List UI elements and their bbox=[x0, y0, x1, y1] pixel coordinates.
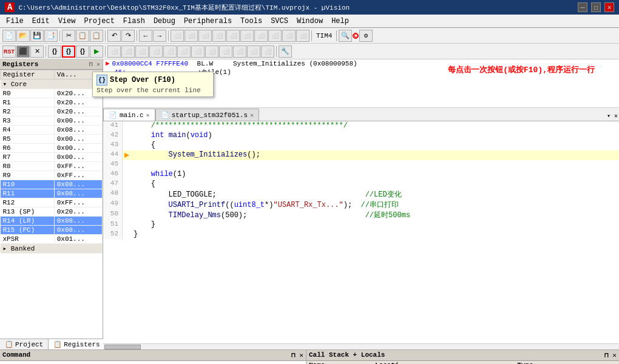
banked-section: ▸ Banked bbox=[1, 244, 103, 254]
breakpoint-btn10[interactable]: ⬜ bbox=[296, 30, 310, 42]
show-disasm-btn[interactable]: ⬜ bbox=[107, 46, 121, 58]
minimize-button[interactable]: ─ bbox=[578, 2, 587, 12]
reg-row: R50x00... bbox=[1, 135, 103, 144]
core-expand-icon[interactable]: ▾ bbox=[3, 81, 7, 88]
reset-btn[interactable]: RST bbox=[2, 46, 16, 58]
startup-icon: 📄 bbox=[161, 111, 169, 119]
reg-name: R2 bbox=[1, 107, 55, 116]
breakpoint-btn4[interactable]: ⬜ bbox=[212, 30, 226, 42]
menu-window[interactable]: Window bbox=[293, 16, 326, 27]
paste-btn[interactable]: 📋 bbox=[90, 30, 103, 42]
show-uart-btn[interactable]: ⬜ bbox=[219, 46, 232, 58]
reg-value: 0x00... bbox=[54, 144, 102, 153]
menu-file[interactable]: File bbox=[2, 16, 27, 27]
reg-value: 0xFF... bbox=[54, 198, 102, 207]
reg-row: R110x08... bbox=[1, 189, 103, 198]
registers-tab[interactable]: 📋 Registers bbox=[49, 339, 105, 349]
reg-value: 0x00... bbox=[54, 116, 102, 126]
reg-name: R6 bbox=[1, 144, 55, 153]
callstack-title: Call Stack + Locals bbox=[309, 351, 385, 359]
tim4-label: TIM4 bbox=[314, 32, 334, 39]
configure-btn[interactable]: 🔧 bbox=[279, 46, 292, 58]
open-btn[interactable]: 📂 bbox=[16, 30, 30, 42]
copy-btn[interactable]: 📋 bbox=[76, 30, 89, 42]
search-btn[interactable]: 🔍 bbox=[339, 30, 352, 42]
stop-btn[interactable]: ● bbox=[353, 33, 359, 39]
menu-project[interactable]: Project bbox=[80, 16, 118, 27]
menu-svcs[interactable]: SVCS bbox=[267, 16, 292, 27]
menu-help[interactable]: Help bbox=[328, 16, 353, 27]
cut-btn[interactable]: ✂ bbox=[62, 30, 75, 42]
menu-edit[interactable]: Edit bbox=[29, 16, 53, 27]
menu-debug[interactable]: Debug bbox=[150, 16, 179, 27]
settings-btn[interactable]: ⚙ bbox=[359, 30, 373, 42]
menu-flash[interactable]: Flash bbox=[120, 16, 149, 27]
redo-btn[interactable]: ↷ bbox=[121, 30, 135, 42]
save-all-btn[interactable]: 📑 bbox=[44, 30, 58, 42]
breakpoint-btn6[interactable]: ⬜ bbox=[240, 30, 254, 42]
tab-startup[interactable]: 📄 startup_stm32f051.s ✕ bbox=[155, 109, 259, 121]
show-trace-btn[interactable]: ⬜ bbox=[191, 46, 205, 58]
stop-debug-btn[interactable]: ⬛ bbox=[16, 46, 30, 58]
reg-value: 0x20... bbox=[54, 207, 102, 217]
show-sys-btn[interactable]: ⬜ bbox=[205, 46, 218, 58]
cmd-pin-icon[interactable]: ⊓ ✕ bbox=[291, 351, 303, 359]
reg-row: R10x20... bbox=[1, 98, 103, 107]
show-mem-btn[interactable]: ⬜ bbox=[135, 46, 149, 58]
banked-label: Banked bbox=[7, 245, 35, 252]
code-line-41: 41 /************************************… bbox=[103, 121, 619, 131]
app-logo: A bbox=[5, 2, 15, 12]
breakpoint-btn7[interactable]: ⬜ bbox=[254, 30, 268, 42]
panel-pin-icon[interactable]: ⊓ ✕ bbox=[89, 61, 100, 68]
tab-main-c[interactable]: 📄 main.c ✕ bbox=[103, 109, 155, 121]
close-button[interactable]: ✕ bbox=[604, 2, 614, 12]
show-perf-btn[interactable]: ⬜ bbox=[247, 46, 260, 58]
toolbar-sep2 bbox=[105, 30, 106, 41]
tab-dropdown-btn[interactable]: ▾ ✕ bbox=[606, 111, 619, 121]
show-callstack-btn[interactable]: ⬜ bbox=[163, 46, 177, 58]
menu-tools[interactable]: Tools bbox=[237, 16, 266, 27]
show-vars-btn[interactable]: ⬜ bbox=[177, 46, 191, 58]
reg-value: 0x20... bbox=[54, 98, 102, 107]
code-scrollbar-h[interactable] bbox=[103, 343, 619, 349]
show-reg-btn[interactable]: ⬜ bbox=[121, 46, 135, 58]
run-btn[interactable]: ▶ bbox=[90, 46, 103, 58]
reg-row: R100x08... bbox=[1, 180, 103, 189]
show-watch-btn[interactable]: ⬜ bbox=[149, 46, 163, 58]
step-over-btn[interactable]: {} bbox=[62, 46, 75, 58]
menu-view[interactable]: View bbox=[55, 16, 79, 27]
startup-close[interactable]: ✕ bbox=[250, 112, 254, 119]
save-btn[interactable]: 💾 bbox=[30, 30, 44, 42]
show-logic-btn[interactable]: ⬜ bbox=[233, 46, 246, 58]
step-out-btn[interactable]: {} bbox=[76, 46, 89, 58]
code-scroll-thumb[interactable] bbox=[104, 345, 141, 349]
new-file-btn[interactable]: 📄 bbox=[2, 30, 16, 42]
code-editor[interactable]: 41 /************************************… bbox=[103, 121, 619, 343]
nav-back-btn[interactable]: ← bbox=[139, 30, 152, 42]
reg-value: 0x08... bbox=[54, 217, 102, 226]
undo-btn[interactable]: ↶ bbox=[107, 30, 121, 42]
asm-scrollbar-h[interactable] bbox=[103, 107, 619, 108]
show-code-btn[interactable]: ⬜ bbox=[261, 46, 274, 58]
callstack-pin-icon[interactable]: ⊓ ✕ bbox=[604, 351, 617, 359]
code-line-47: 47 { bbox=[103, 180, 619, 189]
reg-name: R15 (PC) bbox=[1, 226, 55, 235]
current-line-arrow: ► bbox=[123, 150, 131, 160]
breakpoint-btn2[interactable]: ⬜ bbox=[184, 30, 198, 42]
project-tab[interactable]: 📋 Project bbox=[0, 339, 49, 349]
kill-btn[interactable]: ✕ bbox=[30, 46, 44, 58]
reg-row: R00x20... bbox=[1, 89, 103, 98]
maximize-button[interactable]: □ bbox=[591, 2, 601, 12]
breakpoint-btn5[interactable]: ⬜ bbox=[226, 30, 240, 42]
breakpoint-btn9[interactable]: ⬜ bbox=[282, 30, 296, 42]
menu-peripherals[interactable]: Peripherals bbox=[180, 16, 235, 27]
breakpoint-btn3[interactable]: ⬜ bbox=[198, 30, 212, 42]
breakpoint-btn8[interactable]: ⬜ bbox=[268, 30, 282, 42]
main-c-close[interactable]: ✕ bbox=[146, 112, 150, 119]
breakpoint-btn1[interactable]: ⬜ bbox=[171, 30, 184, 42]
reg-value: 0x08... bbox=[54, 126, 102, 135]
step-into-btn[interactable]: {} bbox=[48, 46, 61, 58]
command-title: Command bbox=[2, 351, 30, 359]
nav-forward-btn[interactable]: → bbox=[153, 30, 166, 42]
command-content: Load "C:\\Users\\Administrator\\Desktop\… bbox=[0, 361, 306, 364]
